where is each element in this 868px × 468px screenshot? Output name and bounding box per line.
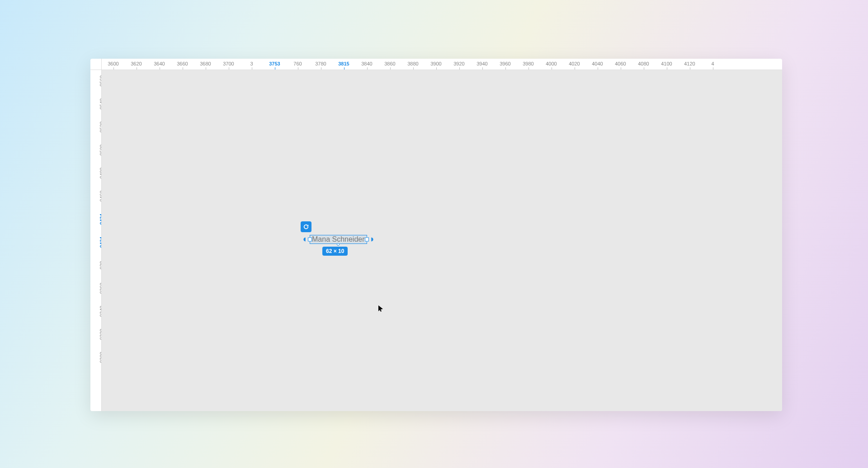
ruler-tick: 3640 <box>148 59 171 70</box>
ruler-tick: -9560 <box>90 70 102 93</box>
ruler-tick: 3940 <box>471 59 494 70</box>
ruler-corner <box>90 59 102 70</box>
selection-pin[interactable] <box>337 243 340 246</box>
ruler-tick: 3600 <box>102 59 125 70</box>
ruler-tick: 3860 <box>378 59 401 70</box>
selection-box[interactable]: Mana Schneider <box>310 235 367 244</box>
ruler-tick: 3980 <box>517 59 540 70</box>
ruler-tick: -9340 <box>90 300 102 323</box>
ruler-tick: 4080 <box>632 59 655 70</box>
ruler-tick: 3620 <box>125 59 148 70</box>
ruler-tick: 4060 <box>609 59 632 70</box>
ruler-tick: -9424 <box>90 231 102 254</box>
selected-element[interactable]: Mana Schneider 62 × 10 <box>301 221 376 256</box>
ruler-tick: -9540 <box>90 93 102 116</box>
ruler-tick: 3780 <box>309 59 332 70</box>
ruler-tick: 3700 <box>217 59 240 70</box>
ruler-tick: 3900 <box>425 59 448 70</box>
selected-text: Mana Schneider <box>312 235 365 243</box>
ruler-tick: 4000 <box>540 59 563 70</box>
app-window: 3600362036403660368037003375376037803815… <box>90 59 782 411</box>
ruler-tick: -9434 <box>90 208 102 231</box>
ruler-tick: 4020 <box>563 59 586 70</box>
right-constraint-icon <box>368 236 376 243</box>
canvas[interactable]: Mana Schneider 62 × 10 <box>102 70 782 411</box>
dimensions-badge: 62 × 10 <box>322 247 348 256</box>
horizontal-ruler: 3600362036403660368037003375376037803815… <box>102 59 782 70</box>
ruler-tick: -9320 <box>90 323 102 346</box>
ruler-tick: -9460 <box>90 185 102 208</box>
ruler-tick: 3680 <box>194 59 217 70</box>
ruler-tick: 4120 <box>678 59 701 70</box>
ruler-tick: 4040 <box>586 59 609 70</box>
ruler-tick: 3753 <box>263 59 286 70</box>
ruler-tick: -938 <box>90 254 102 277</box>
ruler-tick: -9300 <box>90 346 102 370</box>
ruler-tick: -9360 <box>90 277 102 300</box>
ruler-tick: 760 <box>286 59 309 70</box>
vertical-ruler: -9560-9540-9520-9500-9480-9460-9434-9424… <box>90 70 102 411</box>
ruler-tick: 3960 <box>494 59 517 70</box>
cursor-icon <box>377 305 385 314</box>
ruler-tick: -9520 <box>90 116 102 139</box>
ruler-tick: 3880 <box>401 59 425 70</box>
ruler-tick: 3815 <box>332 59 355 70</box>
update-variant-icon[interactable] <box>301 221 311 232</box>
ruler-tick: 3 <box>240 59 263 70</box>
ruler-tick: 3920 <box>448 59 471 70</box>
ruler-tick: 3660 <box>171 59 194 70</box>
ruler-tick: 4100 <box>655 59 678 70</box>
ruler-tick: -9480 <box>90 162 102 185</box>
ruler-tick: 4 <box>701 59 724 70</box>
ruler-tick: -9500 <box>90 139 102 162</box>
ruler-tick: 3840 <box>355 59 378 70</box>
